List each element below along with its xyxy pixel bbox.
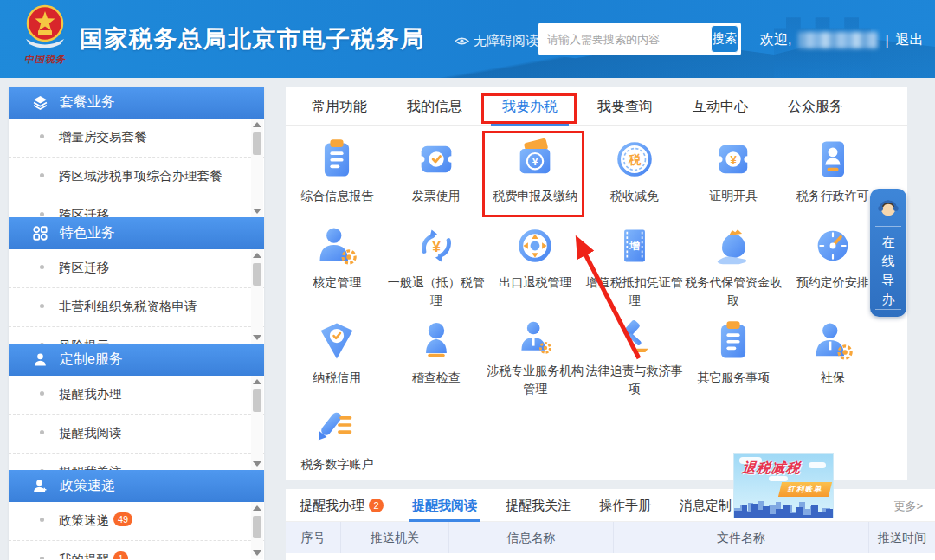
grid-item-escrow-funds-collection[interactable]: 税务代保管资金收取: [684, 216, 783, 312]
sidebar-section-custom-eservice[interactable]: 定制e服务: [9, 344, 264, 376]
table-header-row: 序号 推送机关 信息名称 文件名称 推送时间: [286, 522, 935, 553]
promo-banner[interactable]: 退税减税 红利账单: [733, 453, 834, 518]
tab-common-functions[interactable]: 常用功能: [312, 87, 367, 126]
grid-item-invoice-use[interactable]: 发票使用: [387, 130, 487, 216]
clipboard-icon: [314, 137, 359, 182]
tab-public-service[interactable]: 公众服务: [788, 87, 843, 126]
grid-item-advance-pricing[interactable]: 预约定价安排: [783, 216, 883, 312]
scroll-down-arrow-icon[interactable]: [253, 209, 261, 214]
grid-item-export-tax-refund[interactable]: 出口退税管理: [486, 216, 585, 312]
grid-item-comprehensive-info-report[interactable]: 综合信息报告: [287, 130, 387, 216]
scroll-up-arrow-icon[interactable]: [253, 253, 261, 258]
grid-item-label: 税务数字账户: [300, 455, 373, 473]
sidebar-item[interactable]: 提醒我办理: [9, 376, 264, 415]
pen-lines-icon: [314, 405, 359, 450]
sidebar: 套餐业务 增量房交易套餐 跨区域涉税事项综合办理套餐 跨区迁移 特色业务 跨区迁…: [9, 87, 264, 560]
grid-item-label: 发票使用: [412, 187, 461, 205]
scrollbar-thumb[interactable]: [253, 389, 261, 412]
scroll-up-arrow-icon[interactable]: [253, 122, 261, 127]
accessibility-toggle[interactable]: 无障碍阅读: [455, 33, 538, 49]
scroll-up-arrow-icon[interactable]: [253, 379, 261, 384]
tab-tax-handling[interactable]: 我要办税: [502, 87, 558, 126]
grid-item-tax-digital-account[interactable]: 税务数字账户: [287, 398, 387, 478]
grid-item-tax-admin-license[interactable]: 税务行政许可: [783, 130, 883, 216]
grid-item-legal-liability-relief[interactable]: 法律追责与救济事项: [585, 312, 685, 398]
grid-item-certificate-issuance[interactable]: ¥ 证明开具: [684, 130, 783, 216]
grid-item-label: 税务代保管资金收取: [685, 274, 782, 310]
person-gear-icon: [314, 223, 359, 268]
scrollbar-thumb[interactable]: [253, 132, 261, 155]
bottom-tab-label: 提醒我办理: [300, 489, 364, 522]
more-link[interactable]: 更多>: [893, 499, 923, 514]
scroll-up-arrow-icon[interactable]: [253, 505, 261, 511]
tab-operation-manual[interactable]: 操作手册: [599, 489, 651, 522]
sidebar-item[interactable]: 增量房交易套餐: [9, 119, 264, 158]
main-panel: 常用功能 我的信息 我要办税 我要查询 互动中心 公众服务 综合信息报告: [286, 87, 907, 480]
column-header-push-time: 推送时间: [868, 522, 935, 553]
user-plus-icon: [33, 479, 48, 493]
accessibility-label: 无障碍阅读: [474, 33, 538, 49]
grid-item-label: 法律追责与救济事项: [586, 362, 683, 398]
sidebar-section-featured-business[interactable]: 特色业务: [9, 217, 264, 249]
sidebar-item[interactable]: 我的提醒1: [9, 541, 264, 559]
online-guide-tab[interactable]: 在线导办: [870, 189, 906, 317]
gavel-icon: [612, 319, 657, 357]
stamp-person-icon: [810, 137, 855, 182]
sidebar-item[interactable]: 跨区迁移: [9, 249, 264, 288]
grid-item-label: 出口退税管理: [499, 274, 571, 292]
tab-message-customization[interactable]: 消息定制: [680, 489, 732, 522]
scrollbar-thumb[interactable]: [253, 516, 261, 538]
sidebar-item[interactable]: 跨区域涉税事项综合办理套餐: [9, 158, 264, 196]
divider: [875, 226, 901, 227]
user-area: 欢迎, | 退出: [760, 31, 924, 49]
sidebar-item[interactable]: 跨区迁移: [9, 196, 264, 217]
sidebar-item[interactable]: 政策速递49: [9, 502, 264, 541]
scroll-down-arrow-icon[interactable]: [253, 461, 261, 467]
scroll-down-arrow-icon[interactable]: [253, 550, 261, 556]
sidebar-item[interactable]: 提醒我阅读: [9, 415, 264, 454]
logout-link[interactable]: 退出: [896, 31, 924, 49]
sidebar-item[interactable]: 风险提示: [9, 327, 264, 344]
tab-remind-me-follow[interactable]: 提醒我关注: [506, 489, 571, 522]
sidebar-list: 政策速递49 我的提醒1: [9, 502, 264, 559]
search-button[interactable]: 搜索: [711, 25, 738, 53]
column-header-file-name: 文件名称: [613, 522, 868, 553]
national-emblem-icon: [19, 3, 71, 51]
sidebar-item-label: 提醒我阅读: [59, 426, 122, 440]
sidebar-item[interactable]: 提醒我关注: [9, 454, 264, 470]
search-input[interactable]: [538, 33, 708, 46]
grid-item-general-tax-refund[interactable]: ¥ 一般退（抵）税管理: [387, 216, 487, 312]
grid-item-tax-declaration-payment[interactable]: ¥ 税费申报及缴纳: [486, 130, 585, 216]
sidebar-item-label: 跨区域涉税事项综合办理套餐: [59, 169, 222, 183]
grid-item-label: 证明开具: [709, 187, 758, 205]
scrollbar-thumb[interactable]: [253, 263, 261, 286]
column-header-info-name: 信息名称: [448, 522, 613, 553]
svg-text:税: 税: [628, 152, 642, 166]
grid-item-tax-reduction[interactable]: 税 税收减免: [585, 130, 685, 216]
tab-my-info[interactable]: 我的信息: [407, 87, 462, 126]
grid-item-social-security[interactable]: 社保: [783, 312, 883, 398]
scroll-down-arrow-icon[interactable]: [253, 335, 261, 340]
sidebar-item-label: 提醒我办理: [59, 387, 122, 401]
tab-remind-me-handle[interactable]: 提醒我办理2: [300, 489, 384, 522]
tab-remind-me-read[interactable]: 提醒我阅读: [412, 489, 477, 522]
grid-item-vat-deduction-voucher[interactable]: 增 增值税抵扣凭证管理: [585, 216, 685, 312]
function-grid: 综合信息报告 发票使用 ¥ 税费申报及缴纳: [287, 130, 885, 478]
grid-item-other-services[interactable]: 其它服务事项: [684, 312, 783, 398]
sidebar-section-package-business[interactable]: 套餐业务: [9, 87, 264, 119]
grid-item-assessment-management[interactable]: 核定管理: [287, 216, 387, 312]
grid-item-tax-credit[interactable]: 纳税信用: [287, 312, 387, 398]
tax-bureau-logo: 中国税务: [17, 3, 73, 66]
grid-item-tax-service-agency[interactable]: 涉税专业服务机构管理: [486, 312, 585, 398]
grid-item-label: 预约定价安排: [796, 274, 869, 292]
sidebar-list: 跨区迁移 非营利组织免税资格申请 风险提示: [9, 249, 264, 344]
sidebar-item[interactable]: 非营利组织免税资格申请: [9, 288, 264, 327]
grid-item-audit-inspection[interactable]: 稽查检查: [387, 312, 487, 398]
tab-interaction-center[interactable]: 互动中心: [693, 87, 748, 126]
sidebar-section-policy-express[interactable]: 政策速递: [9, 470, 264, 502]
grid-item-label: 税费申报及缴纳: [493, 187, 577, 205]
bottom-tab-label: 提醒我阅读: [412, 489, 477, 522]
section-title: 特色业务: [60, 224, 115, 242]
scrollbar: [251, 249, 263, 344]
tab-inquiry[interactable]: 我要查询: [597, 87, 653, 126]
